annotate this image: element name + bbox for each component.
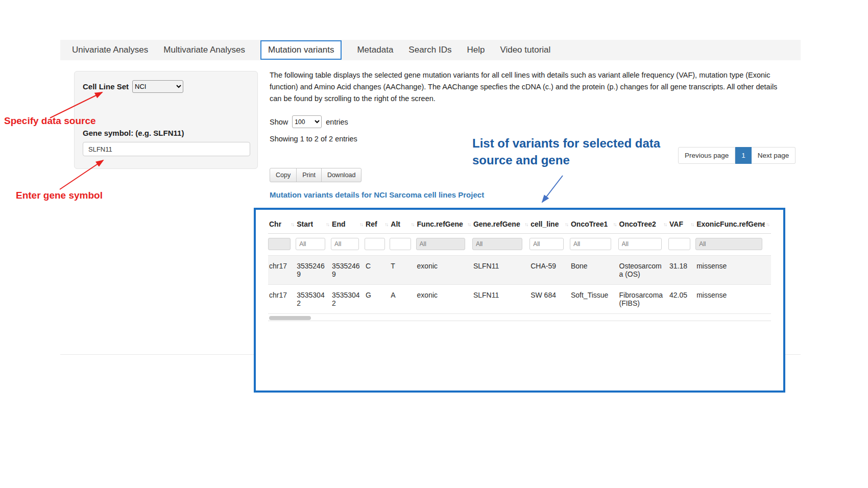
filter-oncotree1[interactable] bbox=[570, 238, 611, 250]
column-header-alt[interactable]: Alt↑↓ bbox=[390, 216, 416, 234]
filter-exonicfunc-refgene[interactable] bbox=[695, 238, 762, 250]
mutation-variants-page: Univariate Analyses Multivariate Analyse… bbox=[0, 0, 868, 488]
annotation-variants-list: List of variants for selected data sourc… bbox=[472, 135, 683, 168]
table-header-row: Chr↑↓ Start↑↓ End↑↓ Ref↑↓ Alt↑↓ Func.ref… bbox=[268, 216, 771, 234]
column-header-exonicfunc-refgene[interactable]: ExonicFunc.refGene↑↓ bbox=[695, 216, 771, 234]
cell-oncotree2: Fibrosarcoma (FIBS) bbox=[618, 285, 669, 314]
page-number-button[interactable]: 1 bbox=[735, 147, 752, 164]
tab-mutation-variants[interactable]: Mutation variants bbox=[260, 40, 342, 60]
column-header-end[interactable]: End↑↓ bbox=[331, 216, 365, 234]
column-header-vaf[interactable]: VAF↑↓ bbox=[668, 216, 695, 234]
column-label: Start bbox=[297, 220, 313, 228]
gene-symbol-label: Gene symbol: (e.g. SLFN11) bbox=[83, 129, 249, 137]
filter-start[interactable] bbox=[296, 238, 325, 250]
cell-ref: G bbox=[365, 285, 390, 314]
showing-entries-status: Showing 1 to 2 of 2 entries bbox=[270, 135, 357, 143]
cell-oncotree1: Soft_Tissue bbox=[570, 285, 618, 314]
show-entries-control: Show 100 entries bbox=[270, 115, 348, 128]
sort-icon: ↑↓ bbox=[466, 222, 470, 227]
tab-metadata[interactable]: Metadata bbox=[357, 45, 393, 55]
filter-cell-line[interactable] bbox=[529, 238, 564, 250]
sort-icon: ↑↓ bbox=[564, 222, 568, 227]
table-caption-link[interactable]: Mutation variants details for NCI Sarcom… bbox=[270, 190, 484, 199]
horizontal-scrollbar-thumb[interactable] bbox=[269, 316, 311, 320]
cell-line-set-label: Cell Line Set bbox=[83, 82, 129, 91]
horizontal-scrollbar bbox=[268, 315, 771, 321]
show-label: Show bbox=[270, 118, 288, 126]
column-label: Func.refGene bbox=[417, 220, 463, 228]
column-header-cell-line[interactable]: cell_line↑↓ bbox=[529, 216, 570, 234]
tab-help[interactable]: Help bbox=[467, 45, 485, 55]
tab-search-ids[interactable]: Search IDs bbox=[408, 45, 451, 55]
cell-cell-line: CHA-59 bbox=[529, 256, 570, 285]
column-label: Gene.refGene bbox=[473, 220, 520, 228]
tab-multivariate-analyses[interactable]: Multivariate Analyses bbox=[163, 45, 245, 55]
copy-button[interactable]: Copy bbox=[270, 168, 297, 182]
column-label: cell_line bbox=[531, 220, 559, 228]
table-description: The following table displays the selecte… bbox=[270, 69, 778, 105]
cell-alt: T bbox=[390, 256, 416, 285]
previous-page-button[interactable]: Previous page bbox=[678, 147, 735, 164]
tab-video-tutorial[interactable]: Video tutorial bbox=[500, 45, 550, 55]
column-label: Ref bbox=[366, 220, 377, 228]
controls-panel: Cell Line Set NCI Gene symbol: (e.g. SLF… bbox=[74, 71, 258, 169]
column-label: VAF bbox=[669, 220, 683, 228]
cell-ref: C bbox=[365, 256, 390, 285]
cell-oncotree2: Osteosarcoma (OS) bbox=[618, 256, 669, 285]
cell-exonicfunc-refgene: missense bbox=[695, 256, 771, 285]
sort-icon: ↑↓ bbox=[358, 222, 363, 227]
filter-vaf[interactable] bbox=[668, 238, 690, 250]
column-header-oncotree2[interactable]: OncoTree2↑↓ bbox=[618, 216, 669, 234]
page-length-select[interactable]: 100 bbox=[292, 115, 322, 128]
sort-icon: ↑↓ bbox=[410, 222, 414, 227]
column-header-chr[interactable]: Chr↑↓ bbox=[268, 216, 296, 234]
table-filter-row bbox=[268, 234, 771, 256]
sort-icon: ↑↓ bbox=[662, 222, 666, 227]
cell-chr: chr17 bbox=[268, 256, 296, 285]
cell-end: 35352469 bbox=[331, 256, 365, 285]
sort-icon: ↑↓ bbox=[290, 222, 294, 227]
column-header-start[interactable]: Start↑↓ bbox=[296, 216, 331, 234]
column-label: OncoTree2 bbox=[619, 220, 656, 228]
cell-gene-refgene: SLFN11 bbox=[472, 285, 529, 314]
column-label: ExonicFunc.refGene bbox=[696, 220, 765, 228]
cell-start: 35353042 bbox=[296, 285, 331, 314]
pagination: Previous page 1 Next page bbox=[678, 147, 795, 164]
cell-gene-refgene: SLFN11 bbox=[472, 256, 529, 285]
cell-cell-line: SW 684 bbox=[529, 285, 570, 314]
filter-chr[interactable] bbox=[268, 238, 291, 250]
filter-gene-refgene[interactable] bbox=[472, 238, 522, 250]
top-nav: Univariate Analyses Multivariate Analyse… bbox=[60, 40, 801, 60]
tab-univariate-analyses[interactable]: Univariate Analyses bbox=[72, 45, 148, 55]
cell-vaf: 42.05 bbox=[668, 285, 695, 314]
sort-icon: ↑↓ bbox=[383, 222, 388, 227]
column-header-oncotree1[interactable]: OncoTree1↑↓ bbox=[570, 216, 618, 234]
column-header-ref[interactable]: Ref↑↓ bbox=[365, 216, 390, 234]
next-page-button[interactable]: Next page bbox=[752, 147, 796, 164]
print-button[interactable]: Print bbox=[296, 168, 322, 182]
gene-symbol-input[interactable] bbox=[83, 142, 250, 156]
cell-func-refgene: exonic bbox=[416, 285, 472, 314]
column-label: OncoTree1 bbox=[571, 220, 608, 228]
filter-end[interactable] bbox=[331, 238, 359, 250]
cell-func-refgene: exonic bbox=[416, 256, 472, 285]
cell-chr: chr17 bbox=[268, 285, 296, 314]
sort-icon: ↑↓ bbox=[612, 222, 616, 227]
cell-oncotree1: Bone bbox=[570, 256, 618, 285]
filter-alt[interactable] bbox=[390, 238, 411, 250]
column-header-gene-refgene[interactable]: Gene.refGene↑↓ bbox=[472, 216, 529, 234]
column-header-func-refgene[interactable]: Func.refGene↑↓ bbox=[416, 216, 472, 234]
filter-oncotree2[interactable] bbox=[618, 238, 662, 250]
cell-alt: A bbox=[390, 285, 416, 314]
download-button[interactable]: Download bbox=[321, 168, 362, 182]
cell-line-set-select[interactable]: NCI bbox=[132, 80, 183, 93]
annotation-enter-gene-symbol: Enter gene symbol bbox=[16, 190, 103, 201]
filter-func-refgene[interactable] bbox=[416, 238, 465, 250]
cell-vaf: 31.18 bbox=[668, 256, 695, 285]
entries-label: entries bbox=[326, 118, 348, 126]
filter-ref[interactable] bbox=[365, 238, 385, 250]
arrow-variants-list bbox=[542, 176, 563, 202]
column-label: End bbox=[332, 220, 345, 228]
variants-table-highlight-box: Chr↑↓ Start↑↓ End↑↓ Ref↑↓ Alt↑↓ Func.ref… bbox=[254, 208, 785, 393]
cell-start: 35352469 bbox=[296, 256, 331, 285]
